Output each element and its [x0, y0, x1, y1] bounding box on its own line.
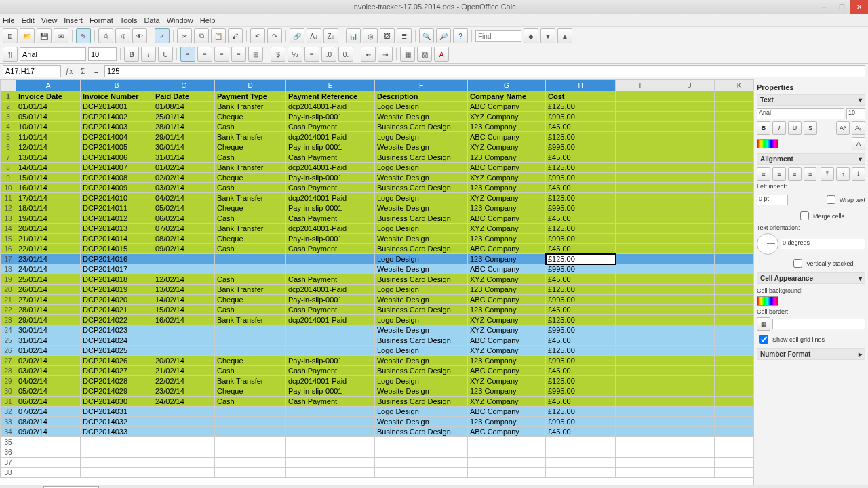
row-header[interactable]: 29: [1, 376, 16, 386]
cell[interactable]: 03/02/14: [16, 366, 81, 376]
redo-icon[interactable]: ↷: [267, 28, 282, 43]
remove-decimal-icon[interactable]: 0.: [338, 47, 353, 62]
styles-icon[interactable]: ¶: [3, 47, 18, 62]
cell[interactable]: dcp2014001-Paid: [286, 193, 375, 203]
cell[interactable]: Cash Payment: [286, 244, 375, 254]
number-format-section[interactable]: Number Format▸: [757, 348, 865, 360]
cell[interactable]: 01/08/14: [153, 102, 215, 112]
table-header-cell[interactable]: Cost: [546, 92, 616, 102]
cell[interactable]: Cash: [215, 122, 286, 132]
cell[interactable]: DCP2014028: [81, 376, 153, 386]
cell[interactable]: £125.00: [546, 315, 616, 325]
panel-super-icon[interactable]: Aᵃ: [836, 121, 850, 135]
cell[interactable]: Pay-in-slip-0001: [286, 142, 375, 152]
cell[interactable]: ABC Company: [468, 407, 546, 417]
row-header[interactable]: 20: [1, 285, 16, 295]
row-header[interactable]: 28: [1, 366, 16, 376]
cut-icon[interactable]: ✂: [177, 28, 192, 43]
column-header-E[interactable]: E: [286, 80, 375, 92]
panel-sub-icon[interactable]: Aₐ: [852, 121, 865, 135]
menu-data[interactable]: Data: [144, 16, 159, 24]
cell[interactable]: [215, 346, 286, 356]
cell[interactable]: 07/02/14: [153, 224, 215, 234]
cell[interactable]: 31/01/14: [16, 336, 81, 346]
cell[interactable]: 12/02/14: [153, 274, 215, 285]
cell[interactable]: Cash Payment: [286, 305, 375, 315]
standard-format-icon[interactable]: ≡: [304, 47, 319, 62]
cell[interactable]: 24/02/14: [153, 396, 215, 407]
borders-icon[interactable]: ▦: [400, 47, 415, 62]
cell[interactable]: 08/02/14: [16, 417, 81, 427]
menu-view[interactable]: View: [41, 16, 58, 24]
cell[interactable]: 01/02/14: [153, 163, 215, 173]
cell[interactable]: £125.00: [546, 285, 616, 295]
cell[interactable]: dcp2014001-Paid: [286, 315, 375, 325]
cell[interactable]: DCP2014009: [81, 183, 153, 193]
cell[interactable]: Cash Payment: [286, 183, 375, 193]
cell[interactable]: Business Card Design: [375, 214, 468, 224]
cell[interactable]: ABC Company: [468, 295, 546, 305]
cell[interactable]: £45.00: [546, 152, 616, 163]
cell[interactable]: 06/02/14: [153, 214, 215, 224]
cell[interactable]: XYZ Company: [468, 142, 546, 152]
cell[interactable]: Business Card Design: [375, 396, 468, 407]
row-header[interactable]: 31: [1, 396, 16, 407]
row-header[interactable]: 3: [1, 112, 16, 122]
cell[interactable]: 23/01/14: [16, 254, 81, 264]
menu-file[interactable]: File: [3, 16, 15, 24]
column-header-F[interactable]: F: [375, 80, 468, 92]
cell[interactable]: Business Card Design: [375, 427, 468, 437]
cell[interactable]: DCP2014001: [81, 102, 153, 112]
cell[interactable]: [215, 325, 286, 336]
cell[interactable]: XYZ Company: [468, 376, 546, 386]
cell[interactable]: 03/02/14: [153, 183, 215, 193]
cell[interactable]: Bank Transfer: [215, 132, 286, 142]
row-header[interactable]: 38: [1, 468, 16, 478]
cell[interactable]: Business Card Design: [375, 183, 468, 193]
row-header[interactable]: 19: [1, 274, 16, 285]
cell[interactable]: [153, 407, 215, 417]
cell[interactable]: Logo Design: [375, 102, 468, 112]
cell[interactable]: Website Design: [375, 234, 468, 244]
find-input[interactable]: [475, 30, 521, 42]
cell[interactable]: Website Design: [375, 264, 468, 274]
alignment-section[interactable]: Alignment▾: [757, 153, 865, 165]
panel-valign-top-icon[interactable]: ⤒: [821, 167, 834, 181]
cell[interactable]: 05/01/14: [16, 112, 81, 122]
sum-icon[interactable]: Σ: [77, 66, 88, 77]
cell[interactable]: [286, 264, 375, 274]
cell[interactable]: Cash: [215, 152, 286, 163]
select-all-corner[interactable]: [1, 80, 16, 92]
panel-strike-icon[interactable]: S: [804, 121, 817, 135]
cell[interactable]: dcp2014001-Paid: [286, 376, 375, 386]
column-header-C[interactable]: C: [153, 80, 215, 92]
cell[interactable]: Logo Design: [375, 163, 468, 173]
panel-italic-icon[interactable]: I: [772, 121, 786, 135]
cell[interactable]: Website Design: [375, 203, 468, 214]
cell[interactable]: XYZ Company: [468, 315, 546, 325]
row-header[interactable]: 1: [1, 92, 16, 102]
cell[interactable]: DCP2014007: [81, 163, 153, 173]
cell[interactable]: Cash: [215, 366, 286, 376]
cell[interactable]: ABC Company: [468, 214, 546, 224]
cell[interactable]: Logo Design: [375, 193, 468, 203]
cell[interactable]: dcp2014001-Paid: [286, 132, 375, 142]
cell[interactable]: Website Design: [375, 142, 468, 152]
decrease-indent-icon[interactable]: ⇤: [361, 47, 376, 62]
currency-icon[interactable]: $: [271, 47, 285, 62]
show-gridlines-checkbox[interactable]: [760, 335, 768, 344]
cell[interactable]: XYZ Company: [468, 325, 546, 336]
cell[interactable]: £45.00: [546, 366, 616, 376]
cell[interactable]: DCP2014033: [81, 427, 153, 437]
italic-icon[interactable]: I: [141, 47, 156, 62]
panel-align-justify-icon[interactable]: ≡: [804, 167, 817, 181]
table-header-cell[interactable]: Company Name: [468, 92, 546, 102]
cell[interactable]: DCP2014016: [81, 254, 153, 264]
cell[interactable]: DCP2014003: [81, 122, 153, 132]
cell[interactable]: DCP2014018: [81, 274, 153, 285]
left-indent-input[interactable]: 0 pt: [757, 195, 788, 205]
row-header[interactable]: 18: [1, 264, 16, 274]
cell[interactable]: Cheque: [215, 356, 286, 366]
merge-cells-icon[interactable]: ⊞: [248, 47, 263, 62]
cell[interactable]: 123 Company: [468, 356, 546, 366]
